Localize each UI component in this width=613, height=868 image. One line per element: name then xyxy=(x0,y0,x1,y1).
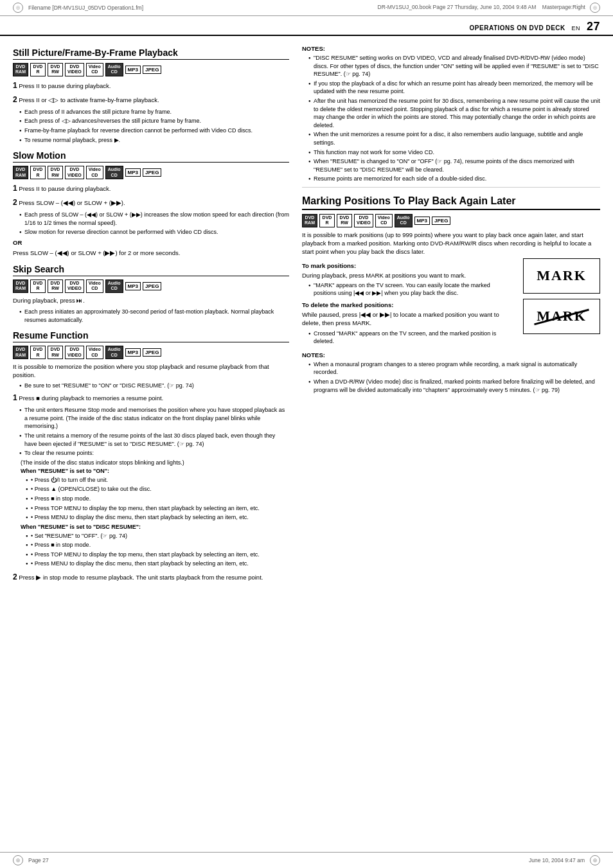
still-bullet-2: Each press of ◁▷ advances/reverses the s… xyxy=(19,117,289,125)
dvd-rw-badge-2: DVDRW xyxy=(48,166,63,179)
marking-note-2: When a DVD-R/RW (Video mode) disc is fin… xyxy=(308,378,600,394)
mp3-badge-2: MP3 xyxy=(125,168,141,177)
marking-note-1: When a monaural program changes to a ste… xyxy=(308,360,600,376)
mp3-badge-3: MP3 xyxy=(125,282,141,291)
compass-icon-bottom-right: ◎ xyxy=(590,855,600,865)
marking-notes-title: NOTES: xyxy=(302,351,600,359)
resume-intro: It is possible to memorize the position … xyxy=(13,362,289,380)
left-column: Still Picture/Frame-By-Frame Playback DV… xyxy=(13,41,289,585)
slow-step2: 2 Press SLOW – (◀◀) or SLOW + (▶▶). xyxy=(13,197,289,208)
mark-display-crossed: MARK xyxy=(523,299,600,334)
dvd-r-badge-2: DVDR xyxy=(30,166,46,179)
dvd-ram-badge: DVD RAM xyxy=(13,63,28,76)
audio-cd-badge: Audio CD xyxy=(105,63,123,76)
dvd-video-badge-2: DVDVIDEO xyxy=(65,166,84,179)
to-mark-title: To mark positions: xyxy=(302,262,510,269)
resume-pre-bullet-1: Be sure to set "RESUME" to "ON" or "DISC… xyxy=(19,382,289,390)
when-on-bullet-4: • Press TOP MENU to display the top menu… xyxy=(26,504,289,513)
skip-body: During playback, press ⏭. xyxy=(13,296,289,305)
to-delete-bullets: Crossed "MARK" appears on the TV screen,… xyxy=(308,330,510,346)
still-step1: 1 Press II to pause during playback. xyxy=(13,80,289,91)
en-label: EN xyxy=(572,25,581,31)
dvd-r-badge: DVD R xyxy=(30,63,46,76)
notes-section: NOTES: "DISC RESUME" setting works on DV… xyxy=(302,45,600,183)
marking-text-area: To mark positions: During playback, pres… xyxy=(302,258,510,348)
when-disc-label: When "RESUME" is set to "DISC RESUME": xyxy=(21,524,289,530)
when-on-bullet-1: • Press ⏻/I to turn off the unit. xyxy=(26,476,289,484)
dvd-video-badge-m: DVDVIDEO xyxy=(354,214,373,227)
slow-motion-title: Slow Motion xyxy=(13,150,289,163)
mark-text-normal: MARK xyxy=(537,267,587,284)
video-cd-badge-4: VideoCD xyxy=(86,346,103,359)
compass-icon-top-right: ◎ xyxy=(590,3,600,13)
clear-intro: (The inside of the disc status indicator… xyxy=(21,459,289,466)
when-disc-bullet-3: • Press TOP MENU to display the top menu… xyxy=(26,551,289,559)
mp3-badge-m: MP3 xyxy=(414,217,430,226)
dvd-rw-badge-4: DVDRW xyxy=(48,346,63,359)
video-cd-badge: Video CD xyxy=(86,63,103,76)
dvd-ram-badge-4: DVDRAM xyxy=(13,346,28,359)
page-title-bar: OPERATIONS ON DVD DECK EN 27 xyxy=(0,16,613,36)
jpeg-badge-m: JPEG xyxy=(432,217,450,226)
dvd-ram-badge-m: DVDRAM xyxy=(302,214,317,227)
dvd-video-badge: DVD VIDEO xyxy=(65,63,84,76)
dvd-rw-badge: DVD RW xyxy=(48,63,63,76)
still-bullets: Each press of II advances the still pict… xyxy=(19,108,289,144)
page-number: 27 xyxy=(587,20,600,33)
resume-step1-bullet-3: To clear the resume points: xyxy=(19,449,289,457)
skip-search-section: Skip Search DVDRAM DVDR DVDRW DVDVIDEO xyxy=(13,264,289,324)
when-disc-bullet-2: • Press ■ in stop mode. xyxy=(26,541,289,549)
to-delete-bullet-1: Crossed "MARK" appears on the TV screen,… xyxy=(308,330,510,346)
note-4: When the unit memorizes a resume point f… xyxy=(308,130,600,146)
slow-bullet-1: Each press of SLOW – (◀◀) or SLOW + (▶▶)… xyxy=(19,211,289,227)
when-on-bullet-5: • Press MENU to display the disc menu, t… xyxy=(26,513,289,522)
book-info-text: DR-MV1SUJ_00.book Page 27 Thursday, June… xyxy=(378,4,537,10)
video-cd-badge-m: VideoCD xyxy=(375,214,393,227)
mark-display-normal: MARK xyxy=(523,258,600,294)
section-title-text: OPERATIONS ON DVD DECK xyxy=(470,24,565,31)
dvd-ram-badge-2: DVDRAM xyxy=(13,166,28,179)
video-cd-badge-3: VideoCD xyxy=(86,279,103,293)
when-on-bullets: • Press ⏻/I to turn off the unit. • Pres… xyxy=(26,476,289,522)
dvd-video-badge-4: DVDVIDEO xyxy=(65,346,84,359)
resume-pre-bullet: Be sure to set "RESUME" to "ON" or "DISC… xyxy=(19,382,289,390)
slow-motion-section: Slow Motion DVDRAM DVDR DVDRW DVDVIDEO xyxy=(13,150,289,258)
dvd-ram-badge-3: DVDRAM xyxy=(13,279,28,293)
header-right: DR-MV1SUJ_00.book Page 27 Thursday, June… xyxy=(378,3,600,13)
audio-cd-badge-3: AudioCD xyxy=(105,279,123,293)
mp3-badge-4: MP3 xyxy=(125,348,141,357)
skip-bullets: Each press initiates an approximately 30… xyxy=(19,308,289,324)
marking-section: Marking Positions To Play Back Again Lat… xyxy=(302,195,600,394)
notes-list: "DISC RESUME" setting works on DVD VIDEO… xyxy=(308,54,600,183)
compass-icon-bottom-left: ◎ xyxy=(13,855,23,865)
page: ◎ Filename [DR-MV1SUJ_05DVD Operation1.f… xyxy=(0,0,613,868)
note-6: When "RESUME" is changed to "ON" or "OFF… xyxy=(308,157,600,173)
when-on-bullet-3: • Press ■ in stop mode. xyxy=(26,495,289,503)
still-picture-section: Still Picture/Frame-By-Frame Playback DV… xyxy=(13,48,289,144)
note-1: "DISC RESUME" setting works on DVD VIDEO… xyxy=(308,54,600,78)
or-label: OR xyxy=(13,239,289,246)
slow-bullet-2: Slow motion for reverse direction cannot… xyxy=(19,228,289,236)
jpeg-badge: JPEG xyxy=(143,66,161,75)
header: ◎ Filename [DR-MV1SUJ_05DVD Operation1.f… xyxy=(0,0,613,16)
dvd-rw-badge-m: DVDRW xyxy=(337,214,352,227)
footer: ◎ Page 27 June 10, 2004 9:47 am ◎ xyxy=(0,852,613,868)
when-disc-bullet-4: • Press MENU to display the disc menu, t… xyxy=(26,560,289,568)
note-2: If you stop the playback of a disc for w… xyxy=(308,80,600,96)
to-mark-bullet-1: "MARK" appears on the TV screen. You can… xyxy=(308,281,510,297)
or-text: Press SLOW – (◀◀) or SLOW + (▶▶) for 2 o… xyxy=(13,249,289,258)
slow-step1: 1 Press II to pause during playback. xyxy=(13,182,289,194)
still-bullet-1: Each press of II advances the still pict… xyxy=(19,108,289,116)
dvd-video-badge-3: DVDVIDEO xyxy=(65,279,84,293)
resume-disc-strip: DVDRAM DVDR DVDRW DVDVIDEO VideoCD xyxy=(13,346,289,359)
when-disc-bullet-1: • Set "RESUME" to "OFF". (☞ pg. 74) xyxy=(26,532,289,540)
still-picture-title: Still Picture/Frame-By-Frame Playback xyxy=(13,48,289,60)
to-delete-title: To delete the marked positions: xyxy=(302,301,510,308)
dvd-r-badge-4: DVDR xyxy=(30,346,46,359)
audio-cd-badge-m: AudioCD xyxy=(395,214,413,227)
compass-icon-top-left: ◎ xyxy=(13,3,23,13)
marking-layout: To mark positions: During playback, pres… xyxy=(302,258,600,348)
slow-bullets: Each press of SLOW – (◀◀) or SLOW + (▶▶)… xyxy=(19,211,289,236)
marking-notes-list: When a monaural program changes to a ste… xyxy=(308,360,600,394)
when-on-bullet-2: • Press ▲ (OPEN/CLOSE) to take out the d… xyxy=(26,485,289,493)
